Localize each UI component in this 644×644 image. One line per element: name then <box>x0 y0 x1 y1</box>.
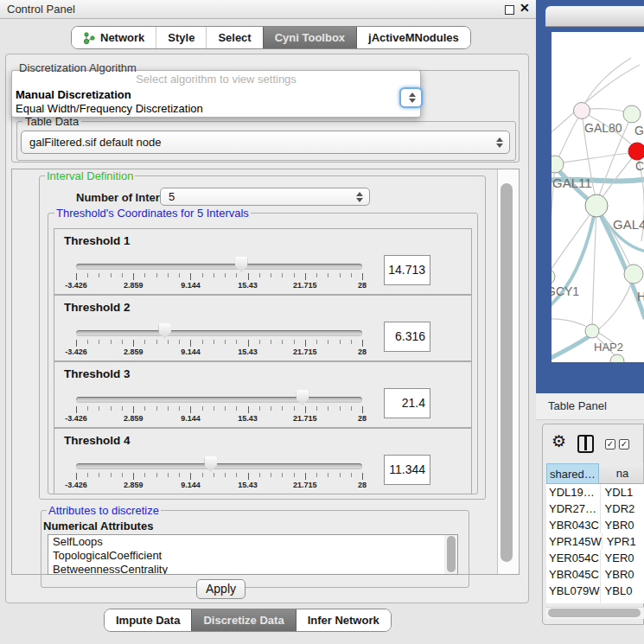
dropdown-option-manual-discretization[interactable]: Manual Discretization <box>12 88 420 102</box>
node-label: GAL4 <box>613 217 644 232</box>
slider-scale-labels: -3.426 2.859 9.144 15.43 21.715 28 <box>76 281 362 291</box>
slider-track[interactable] <box>76 463 362 469</box>
network-window-titlebar <box>545 6 644 27</box>
network-node[interactable] <box>574 103 590 119</box>
node-label: GA <box>634 124 644 137</box>
network-node[interactable] <box>623 105 641 123</box>
slider-thumb[interactable] <box>296 390 309 405</box>
threshold-1-label: Threshold 1 <box>64 234 131 247</box>
threshold-3-label: Threshold 3 <box>64 367 131 380</box>
slider-track[interactable] <box>76 330 362 336</box>
table-panel-title: Table Panel <box>548 399 607 412</box>
slider-major-ticks <box>76 473 363 480</box>
network-node[interactable] <box>610 354 624 362</box>
interval-definition-group-title: Interval Definition <box>45 169 135 182</box>
table-data-selected-value: galFiltered.sif default node <box>29 136 161 149</box>
list-item[interactable]: SelfLoops <box>48 535 457 549</box>
slider-major-ticks <box>76 340 363 347</box>
slider-thumb[interactable] <box>235 257 248 272</box>
select-all-checkbox-icon[interactable]: ✓ <box>605 439 615 450</box>
combo-stepper-icon <box>356 192 363 202</box>
panel-title: Control Panel <box>7 3 75 16</box>
numerical-attributes-label: Numerical Attributes <box>43 520 153 532</box>
column-header-shared[interactable]: shared… <box>546 463 599 484</box>
slider-thumb[interactable] <box>158 323 171 339</box>
table-horizontal-scrollbar-thumb[interactable] <box>548 609 641 617</box>
node-label: GAL11 <box>552 175 592 190</box>
table-row[interactable]: YPR145WYPR1 <box>546 533 644 550</box>
apply-button[interactable]: Apply <box>196 579 245 599</box>
columns-icon-divider <box>584 437 587 450</box>
network-node[interactable] <box>552 269 555 284</box>
slider-track[interactable] <box>76 397 362 403</box>
node-label: C <box>635 159 644 173</box>
tab-discretize-data[interactable]: Discretize Data <box>191 609 296 631</box>
bottom-tab-bar: Impute Data Discretize Data Infer Networ… <box>104 609 392 632</box>
table-row[interactable]: YLR345WYLR3 <box>546 599 644 603</box>
network-node[interactable] <box>624 265 643 284</box>
threshold-4-value-field[interactable]: 11.344 <box>384 455 430 485</box>
tab-infer-network[interactable]: Infer Network <box>296 609 391 631</box>
network-node-selected[interactable] <box>628 143 644 160</box>
tab-impute-data[interactable]: Impute Data <box>105 609 191 631</box>
slider-track[interactable] <box>76 264 362 270</box>
threshold-2-label: Threshold 2 <box>64 301 131 314</box>
tab-jactivemnodules[interactable]: jActiveMNodules <box>357 27 470 48</box>
numerical-attributes-list: SelfLoops TopologicalCoefficient Between… <box>48 534 458 575</box>
network-icon <box>83 32 96 44</box>
table-header-row: shared… na <box>546 463 644 484</box>
slider-major-ticks <box>76 273 363 280</box>
slider-scale-labels: -3.426 2.859 9.144 15.43 21.715 28 <box>76 414 362 424</box>
threshold-4-label: Threshold 4 <box>64 434 131 447</box>
threshold-2-value-field[interactable]: 6.316 <box>384 322 430 352</box>
dropdown-option-equal-width-frequency[interactable]: Equal Width/Frequency Discretization <box>12 102 420 116</box>
threshold-4-slider[interactable]: -3.426 2.859 9.144 15.43 21.715 28 <box>76 455 363 493</box>
table-row[interactable]: YBR043CYBR0 <box>546 517 644 533</box>
table-row[interactable]: YBR045CYBR0 <box>546 566 644 583</box>
tab-style[interactable]: Style <box>156 27 206 48</box>
table-row[interactable]: YBL079WYBL0 <box>546 583 644 599</box>
tab-cyni-toolbox[interactable]: Cyni Toolbox <box>263 27 357 48</box>
table-data-select[interactable]: galFiltered.sif default node <box>21 131 510 154</box>
threshold-1-panel: Threshold 1 -3.426 2.859 9.144 15.43 21.… <box>54 228 472 295</box>
close-icon[interactable]: ✕ <box>520 1 530 15</box>
network-node[interactable] <box>585 194 608 217</box>
network-canvas[interactable]: GAL80 GA C GAL11 GAL4 GCY1 H HAP2 <box>552 32 644 362</box>
select-none-checkbox-icon[interactable]: ✓ <box>619 439 629 450</box>
threshold-2-panel: Threshold 2 -3.426 2.859 9.144 15.43 21.… <box>54 295 472 361</box>
tab-network[interactable]: Network <box>72 27 156 48</box>
slider-scale-labels: -3.426 2.859 9.144 15.43 21.715 28 <box>76 481 362 491</box>
number-of-intervals-value: 5 <box>169 190 175 203</box>
float-window-icon[interactable] <box>505 5 514 15</box>
slider-major-ticks <box>76 406 363 413</box>
number-of-intervals-select[interactable]: 5 <box>160 188 370 206</box>
network-node[interactable] <box>585 324 599 338</box>
tab-select[interactable]: Select <box>206 27 262 48</box>
node-label: GCY1 <box>552 284 579 298</box>
screen: Control Panel ✕ Network Style Select Cyn… <box>0 0 644 644</box>
threshold-3-value-field[interactable]: 21.4 <box>384 388 430 418</box>
algorithm-select-focused-edge[interactable] <box>399 87 423 108</box>
list-item[interactable]: TopologicalCoefficient <box>48 549 457 563</box>
attributes-list-scrollbar-thumb[interactable] <box>447 536 456 572</box>
table-row[interactable]: YER054CYER0 <box>546 550 644 566</box>
list-item[interactable]: BetweennessCentrality <box>48 563 457 575</box>
columns-icon[interactable] <box>577 435 594 453</box>
threshold-1-value-field[interactable]: 14.713 <box>384 255 430 285</box>
table-row[interactable]: YDL19…YDL1 <box>546 484 644 501</box>
algorithm-dropdown-popup: Select algorithm to view settings Manual… <box>11 70 421 118</box>
gear-icon[interactable]: ⚙ <box>552 431 566 450</box>
attributes-group-title: Attributes to discretize <box>47 504 161 517</box>
table-row[interactable]: YDR27…YDR2 <box>546 501 644 517</box>
settings-scrollbar-thumb[interactable] <box>501 183 513 562</box>
network-graph: GAL80 GA C GAL11 GAL4 GCY1 H HAP2 <box>552 32 644 362</box>
threshold-1-slider[interactable]: -3.426 2.859 9.144 15.43 21.715 28 <box>76 255 363 293</box>
discretization-algorithm-group-title: Discretization Algorithm <box>19 61 137 74</box>
threshold-3-panel: Threshold 3 -3.426 2.859 9.144 15.43 21.… <box>54 361 472 428</box>
network-node[interactable] <box>552 156 564 173</box>
threshold-2-slider[interactable]: -3.426 2.859 9.144 15.43 21.715 28 <box>76 322 363 360</box>
column-header-name[interactable]: na <box>599 463 644 484</box>
threshold-3-slider[interactable]: -3.426 2.859 9.144 15.43 21.715 28 <box>76 388 363 426</box>
node-label: HAP2 <box>594 341 623 354</box>
slider-thumb[interactable] <box>204 456 217 472</box>
